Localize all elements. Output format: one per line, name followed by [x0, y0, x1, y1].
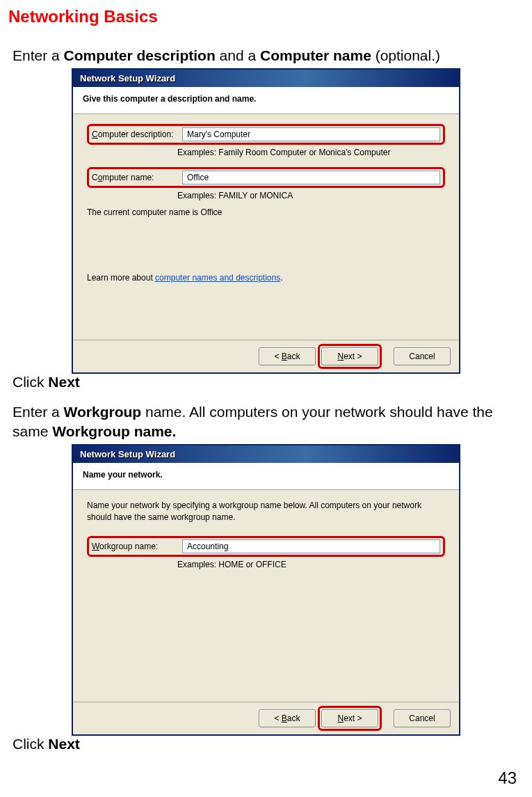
- cancel-button[interactable]: Cancel: [394, 709, 451, 727]
- wizard-footer: < Back Next > Cancel: [73, 340, 459, 372]
- learn-more: Learn more about computer names and desc…: [87, 273, 445, 283]
- t: Enter a: [13, 404, 64, 420]
- titlebar: Network Setup Wizard: [73, 445, 459, 463]
- instruction-2: Enter a Workgroup name. All computers on…: [13, 402, 519, 442]
- t: (optional.): [371, 47, 440, 63]
- click-next-1: Click Next: [13, 372, 519, 392]
- description-hint: Examples: Family Room Computer or Monica…: [177, 148, 445, 157]
- t: Next: [48, 736, 80, 752]
- highlight-box: Workgroup name: Accounting: [87, 536, 445, 557]
- wizard-header: Give this computer a description and nam…: [73, 87, 459, 114]
- page-number: 43: [8, 768, 524, 788]
- computer-name-input[interactable]: Office: [182, 171, 440, 184]
- t: Next: [48, 374, 80, 390]
- t: Computer description: [64, 47, 216, 63]
- titlebar: Network Setup Wizard: [73, 70, 459, 87]
- wizard-dialog-1: Network Setup Wizard Give this computer …: [72, 68, 460, 374]
- next-button[interactable]: Next >: [321, 347, 378, 365]
- instruction-1: Enter a Computer description and a Compu…: [13, 46, 519, 65]
- workgroup-hint: Examples: HOME or OFFICE: [177, 560, 445, 569]
- t: Workgroup: [64, 404, 142, 420]
- workgroup-input[interactable]: Accounting: [182, 539, 440, 553]
- t: Enter a: [13, 47, 64, 63]
- wizard-footer: < Back Next > Cancel: [73, 702, 459, 734]
- page-title: Networking Basics: [8, 7, 524, 26]
- wizard-header: Name your network.: [73, 463, 459, 490]
- next-button[interactable]: Next >: [321, 709, 378, 727]
- learn-more-link[interactable]: computer names and descriptions: [155, 273, 280, 283]
- t: Click: [13, 374, 48, 390]
- back-button[interactable]: < Back: [259, 709, 316, 727]
- name-hint: Examples: FAMILY or MONICA: [177, 191, 445, 200]
- wizard-dialog-2: Network Setup Wizard Name your network. …: [72, 444, 460, 736]
- computer-description-input[interactable]: Mary's Computer: [182, 127, 440, 141]
- current-name-text: The current computer name is Office: [87, 207, 445, 217]
- t: Workgroup name.: [52, 423, 176, 439]
- computer-name-label: Computer name:: [92, 173, 182, 182]
- highlight-box: Computer description: Mary's Computer: [87, 124, 445, 145]
- t: Click: [13, 736, 48, 752]
- highlight-box: Computer name: Office: [87, 167, 445, 188]
- intro-text: Name your network by specifying a workgr…: [87, 500, 445, 523]
- click-next-2: Click Next: [13, 734, 519, 754]
- cancel-button[interactable]: Cancel: [394, 347, 451, 365]
- t: Computer name: [260, 47, 371, 63]
- workgroup-label: Workgroup name:: [92, 542, 182, 551]
- computer-description-label: Computer description:: [92, 129, 182, 139]
- back-button[interactable]: < Back: [259, 347, 316, 365]
- t: and a: [216, 47, 260, 63]
